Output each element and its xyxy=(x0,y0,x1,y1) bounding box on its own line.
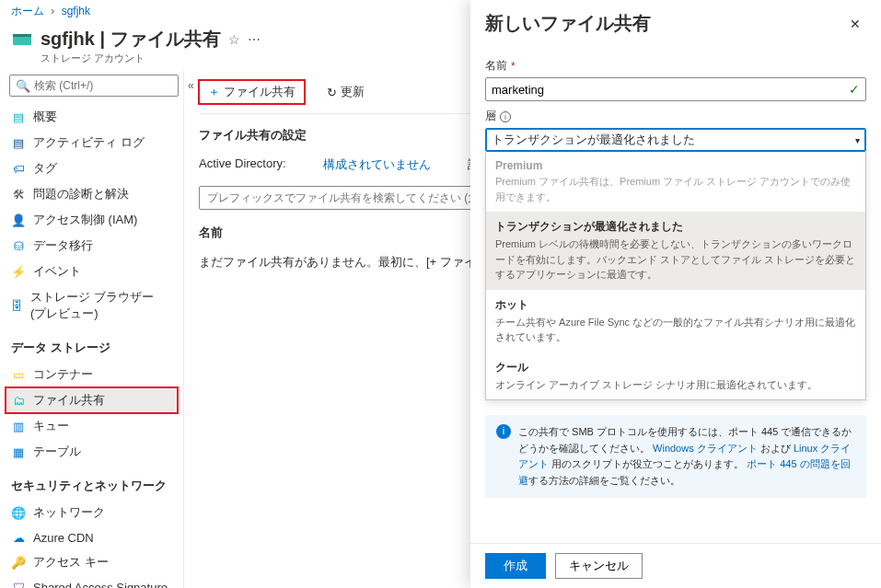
name-input-wrapper[interactable]: ✓ xyxy=(485,77,866,101)
refresh-button[interactable]: ↻更新 xyxy=(318,80,374,104)
chevron-down-icon: ▾ xyxy=(855,135,860,145)
nav-heading-data-storage: データ ストレージ xyxy=(6,327,178,362)
refresh-icon: ↻ xyxy=(327,86,337,99)
cdn-icon: ☁ xyxy=(11,530,26,545)
nav-iam[interactable]: 👤アクセス制御 (IAM) xyxy=(6,207,178,233)
tag-icon: 🏷 xyxy=(11,161,26,176)
nav-containers[interactable]: ▭コンテナー xyxy=(6,362,178,387)
page-subtitle: ストレージ アカウント xyxy=(41,52,261,65)
ad-label: Active Directory: xyxy=(199,156,286,173)
tier-dropdown: Premium Premium ファイル共有は、Premium ファイル ストレ… xyxy=(485,152,866,400)
storage-account-icon xyxy=(9,27,35,52)
container-icon: ▭ xyxy=(11,367,26,382)
sas-icon: 🛡 xyxy=(11,580,26,588)
nav-access-keys[interactable]: 🔑アクセス キー xyxy=(6,549,178,575)
more-icon[interactable]: ⋯ xyxy=(248,32,261,47)
cancel-button[interactable]: キャンセル xyxy=(555,553,643,579)
panel-close-icon[interactable]: ✕ xyxy=(844,15,866,33)
search-input[interactable] xyxy=(34,79,172,92)
nav-activity-log[interactable]: ▤アクティビティ ログ xyxy=(6,130,178,156)
nav-queues[interactable]: ▥キュー xyxy=(6,413,178,439)
nav-heading-security: セキュリティとネットワーク xyxy=(6,465,178,500)
events-icon: ⚡ xyxy=(11,264,26,279)
table-icon: ▦ xyxy=(11,444,26,459)
check-icon: ✓ xyxy=(849,82,860,97)
svg-rect-1 xyxy=(13,34,31,37)
plus-icon: ＋ xyxy=(208,84,220,100)
nav-events[interactable]: ⚡イベント xyxy=(6,259,178,284)
tier-option-transaction-optimized[interactable]: トランザクションが最適化されました Premium レベルの待機時間を必要としな… xyxy=(486,212,865,290)
info-icon[interactable]: i xyxy=(500,111,511,122)
tier-option-cool[interactable]: クール オンライン アーカイブ ストレージ シナリオ用に最適化されています。 xyxy=(486,352,865,400)
tier-option-premium: Premium Premium ファイル共有は、Premium ファイル ストレ… xyxy=(486,152,865,212)
storage-browser-icon: 🗄 xyxy=(11,298,23,313)
port-445-info: i この共有で SMB プロトコルを使用するには、ポート 445 で通信できるか… xyxy=(485,415,866,498)
key-icon: 🔑 xyxy=(11,555,26,570)
nav-sas[interactable]: 🛡Shared Access Signature xyxy=(6,575,178,588)
name-input[interactable] xyxy=(492,83,849,97)
left-nav: 🔍 « ▤概要 ▤アクティビティ ログ 🏷タグ 🛠問題の診断と解決 👤アクセス制… xyxy=(0,71,184,588)
tier-select[interactable]: トランザクションが最適化されました ▾ xyxy=(485,128,866,152)
nav-data-migration[interactable]: ⛁データ移行 xyxy=(6,233,178,259)
tier-selected-value: トランザクションが最適化されました xyxy=(492,132,695,148)
panel-title: 新しいファイル共有 xyxy=(485,11,651,36)
nav-networking[interactable]: 🌐ネットワーク xyxy=(6,500,178,525)
ad-value-link[interactable]: 構成されていません xyxy=(323,156,431,173)
tier-option-hot[interactable]: ホット チーム共有や Azure File Sync などの一般的なファイル共有… xyxy=(486,290,865,352)
nav-tables[interactable]: ▦テーブル xyxy=(6,439,178,465)
breadcrumb-current[interactable]: sgfjhk xyxy=(62,5,90,17)
nav-azure-cdn[interactable]: ☁Azure CDN xyxy=(6,525,178,549)
new-file-share-panel: 新しいファイル共有 ✕ 名前* ✓ 層i トランザクションが最適化されました ▾… xyxy=(470,0,881,588)
search-icon: 🔍 xyxy=(16,79,30,93)
queue-icon: ▥ xyxy=(11,419,26,433)
nav-search[interactable]: 🔍 xyxy=(9,75,179,97)
data-migration-icon: ⛁ xyxy=(11,238,26,253)
create-button[interactable]: 作成 xyxy=(485,553,546,579)
diagnose-icon: 🛠 xyxy=(11,187,26,202)
network-icon: 🌐 xyxy=(11,505,26,520)
overview-icon: ▤ xyxy=(11,110,26,124)
activity-log-icon: ▤ xyxy=(11,135,26,150)
nav-storage-browser[interactable]: 🗄ストレージ ブラウザー (プレビュー) xyxy=(6,284,178,327)
nav-tags[interactable]: 🏷タグ xyxy=(6,156,178,181)
nav-diagnose[interactable]: 🛠問題の診断と解決 xyxy=(6,181,178,207)
panel-footer: 作成 キャンセル xyxy=(470,543,881,588)
name-field-label: 名前* xyxy=(485,58,866,74)
page-title: sgfjhk | ファイル共有 xyxy=(41,27,221,52)
iam-icon: 👤 xyxy=(11,213,26,227)
nav-overview[interactable]: ▤概要 xyxy=(6,104,178,130)
chevron-right-icon: › xyxy=(51,5,54,17)
info-circle-icon: i xyxy=(496,424,511,439)
windows-client-link[interactable]: Windows クライアント xyxy=(653,443,758,454)
tier-field-label: 層i xyxy=(485,109,866,124)
pin-icon[interactable]: ☆ xyxy=(228,32,240,47)
breadcrumb-home[interactable]: ホーム xyxy=(11,5,44,17)
add-file-share-button[interactable]: ＋ファイル共有 xyxy=(199,80,305,104)
file-share-icon: 🗂 xyxy=(11,393,26,408)
nav-file-shares[interactable]: 🗂ファイル共有 xyxy=(6,387,178,413)
